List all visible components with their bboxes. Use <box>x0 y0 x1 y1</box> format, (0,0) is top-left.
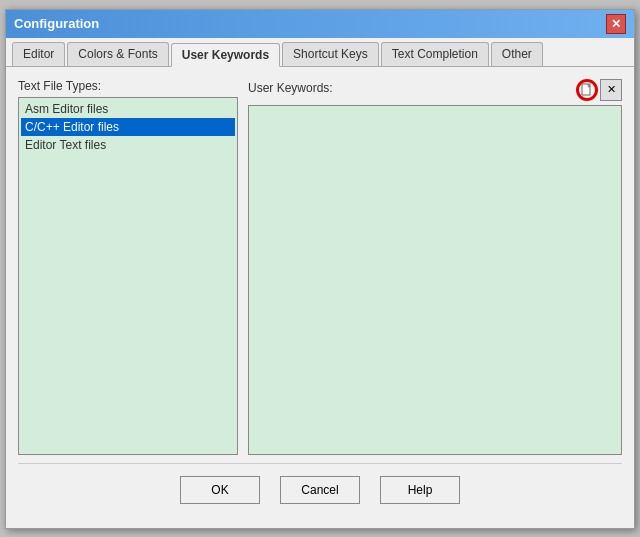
file-types-label: Text File Types: <box>18 79 238 93</box>
title-bar: Configuration ✕ <box>6 10 634 38</box>
file-types-listbox[interactable]: Asm Editor files C/C++ Editor files Edit… <box>18 97 238 455</box>
list-item-editor-text[interactable]: Editor Text files <box>21 136 235 154</box>
close-button[interactable]: ✕ <box>606 14 626 34</box>
file-icon <box>580 83 594 97</box>
tab-text-completion[interactable]: Text Completion <box>381 42 489 66</box>
user-keywords-header: User Keywords: ✕ <box>248 79 622 101</box>
dialog-title: Configuration <box>14 16 99 31</box>
tab-colors-fonts[interactable]: Colors & Fonts <box>67 42 168 66</box>
clear-keywords-button[interactable]: ✕ <box>600 79 622 101</box>
user-keywords-area[interactable] <box>248 105 622 455</box>
content-area: Text File Types: Asm Editor files C/C++ … <box>6 67 634 528</box>
tab-user-keywords[interactable]: User Keywords <box>171 43 280 67</box>
list-item-cpp[interactable]: C/C++ Editor files <box>21 118 235 136</box>
user-keywords-label: User Keywords: <box>248 81 333 95</box>
tab-shortcut-keys[interactable]: Shortcut Keys <box>282 42 379 66</box>
tab-bar: Editor Colors & Fonts User Keywords Shor… <box>6 38 634 67</box>
load-file-button[interactable] <box>576 79 598 101</box>
panels-row: Text File Types: Asm Editor files C/C++ … <box>18 79 622 455</box>
right-panel: User Keywords: ✕ <box>248 79 622 455</box>
tab-other[interactable]: Other <box>491 42 543 66</box>
ok-button[interactable]: OK <box>180 476 260 504</box>
list-item-asm[interactable]: Asm Editor files <box>21 100 235 118</box>
cancel-button[interactable]: Cancel <box>280 476 360 504</box>
user-keywords-buttons: ✕ <box>576 79 622 101</box>
configuration-dialog: Configuration ✕ Editor Colors & Fonts Us… <box>5 9 635 529</box>
bottom-buttons: OK Cancel Help <box>18 463 622 516</box>
help-button[interactable]: Help <box>380 476 460 504</box>
tab-editor[interactable]: Editor <box>12 42 65 66</box>
left-panel: Text File Types: Asm Editor files C/C++ … <box>18 79 238 455</box>
